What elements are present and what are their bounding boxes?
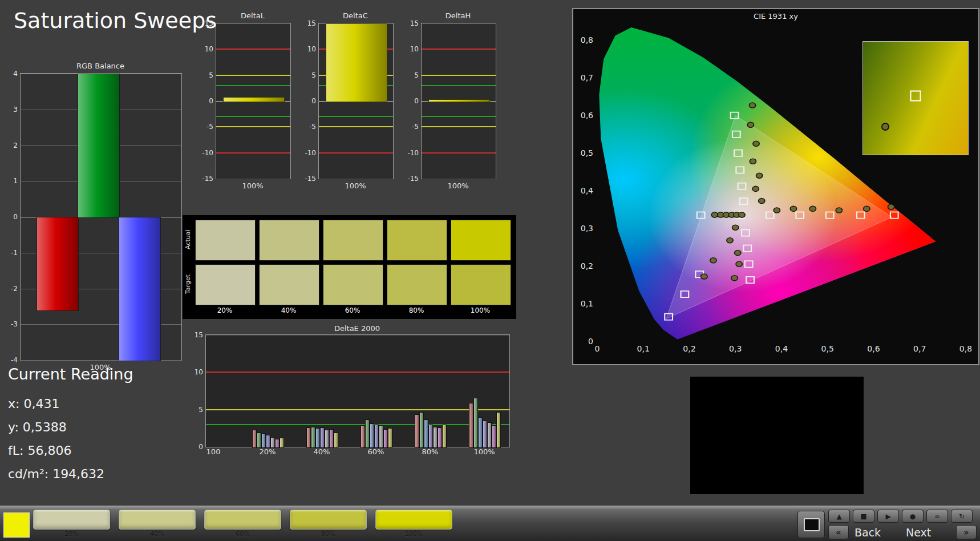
measurement-dot [701, 274, 707, 279]
deltae-bar [320, 427, 325, 448]
record-icon: ● [910, 512, 916, 520]
x-tick-label: 0,8 [959, 344, 972, 353]
x-tick-label: 0,7 [913, 344, 926, 353]
stop-button[interactable]: ■ [853, 510, 874, 523]
y-tick-label: 0,5 [581, 148, 593, 158]
deltae-bar [365, 419, 370, 448]
swatch-column-label: 100% [451, 306, 510, 314]
back-chevron-button[interactable]: « [828, 525, 849, 539]
measurement-dot [735, 250, 741, 255]
eject-icon: ▲ [836, 512, 841, 520]
y-tick-label: 4 [13, 70, 18, 78]
gridline [422, 23, 496, 24]
deltac-title: DeltaC [318, 11, 392, 20]
reference-line [422, 85, 496, 86]
deltae-bar [473, 398, 478, 448]
inset-target-marker [910, 91, 921, 102]
deltae-title: DeltaE 2000 [203, 324, 511, 333]
loop-icon: ∞ [934, 512, 940, 520]
y-tick-label: -10 [305, 149, 316, 157]
y-tick-label: -1 [11, 249, 18, 257]
deltal-title: DeltaL [216, 11, 290, 20]
reference-line [422, 152, 496, 154]
reference-line [422, 116, 496, 117]
page-title: Saturation Sweeps [14, 8, 217, 33]
rgb-balance-plot: 43210-1-2-3-4 [20, 73, 182, 361]
measurement-dot [750, 159, 756, 164]
y-tick-label: 15 [307, 19, 316, 27]
next-chevron-button[interactable]: » [956, 525, 977, 539]
swatch-column-label: 60% [323, 306, 382, 314]
y-tick-label: 5 [199, 406, 203, 414]
deltae-bar [329, 429, 334, 448]
cie-title: CIE 1931 xy [573, 12, 978, 21]
y-tick-label: 15 [195, 331, 203, 339]
play-button[interactable]: ▶ [877, 510, 899, 523]
deltae-bar [483, 421, 487, 448]
deltae-bar [383, 429, 388, 448]
eject-button[interactable]: ▲ [828, 510, 850, 523]
swatch-comparison-panel: Actual Target 20%40%60%80%100% [183, 215, 516, 319]
reading-y: y: 0,5388 [8, 415, 196, 439]
loop-button[interactable]: ∞ [926, 510, 948, 523]
delta-bar [326, 23, 388, 102]
deltae-bar [252, 430, 257, 448]
y-tick-label: -4 [11, 356, 18, 364]
y-tick-label: 0,7 [581, 73, 593, 82]
y-tick-label: 0,3 [581, 224, 593, 233]
deltae-bar [428, 425, 433, 448]
deltae-bar [442, 425, 447, 448]
y-tick-label: 5 [414, 71, 419, 79]
reference-line [422, 126, 496, 127]
y-tick-label: 0 [209, 97, 213, 105]
deltae-bar [379, 425, 383, 448]
reference-line [319, 126, 393, 127]
measurement-dot [747, 122, 754, 127]
y-tick-label: 0,6 [581, 111, 593, 120]
deltae-bar [370, 423, 374, 448]
deltae-xaxis: 10020%40%60%80%100% [205, 447, 509, 457]
deltac-chart: DeltaC 151050-5-10-15 100% [318, 11, 392, 197]
x-tick-label: 100% [473, 447, 495, 456]
stop-icon: ■ [860, 512, 866, 520]
refresh-icon: ↻ [959, 512, 965, 520]
y-tick-label: -5 [412, 123, 419, 131]
y-tick-label: 15 [205, 19, 213, 27]
y-tick-label: -15 [407, 175, 419, 183]
measurement-dot [774, 208, 780, 213]
gridline [216, 23, 290, 24]
y-tick-label: 5 [209, 71, 213, 79]
deltae-bar [438, 427, 442, 448]
deltal-xlabel: 100% [216, 181, 290, 190]
y-tick-label: 0 [311, 97, 316, 105]
rgb-bar-red [37, 217, 79, 311]
refresh-button[interactable]: ↻ [951, 510, 973, 523]
y-tick-label: 10 [410, 45, 419, 53]
x-tick-label: 60% [368, 447, 384, 456]
deltac-plot: 151050-5-10-15 [318, 23, 394, 179]
swatch-actual-80% [387, 220, 447, 261]
back-button[interactable]: Back [855, 525, 898, 539]
reference-line [216, 126, 290, 127]
swatch-grid: 20%40%60%80%100% [183, 215, 516, 319]
x-tick-label: 20% [260, 447, 276, 456]
x-tick-label: 0,1 [637, 344, 650, 353]
y-tick-label: 0,2 [581, 261, 593, 270]
y-tick-label: 5 [311, 71, 316, 79]
deltae-bar [492, 425, 496, 448]
next-button[interactable]: Next [906, 525, 949, 539]
video-preview [690, 377, 864, 494]
measurement-dot [732, 225, 739, 230]
deltae-bar [261, 433, 266, 448]
reading-x: x: 0,431 [8, 392, 196, 415]
y-tick-label: -10 [407, 149, 419, 157]
bottom-bar: 20%40%60%80%100% ▲■▶●∞↻ « Back Next » [0, 506, 980, 541]
record-button[interactable]: ● [902, 510, 924, 523]
gridline [319, 179, 393, 179]
current-reading-heading: Current Reading [8, 365, 196, 383]
cie-plot: 00,10,20,30,40,50,60,70,800,10,20,30,40,… [597, 25, 970, 341]
deltae-bar [424, 419, 428, 448]
swatch-actual-40% [259, 220, 319, 261]
deltae-bar [374, 425, 379, 448]
y-tick-label: -2 [11, 285, 18, 293]
